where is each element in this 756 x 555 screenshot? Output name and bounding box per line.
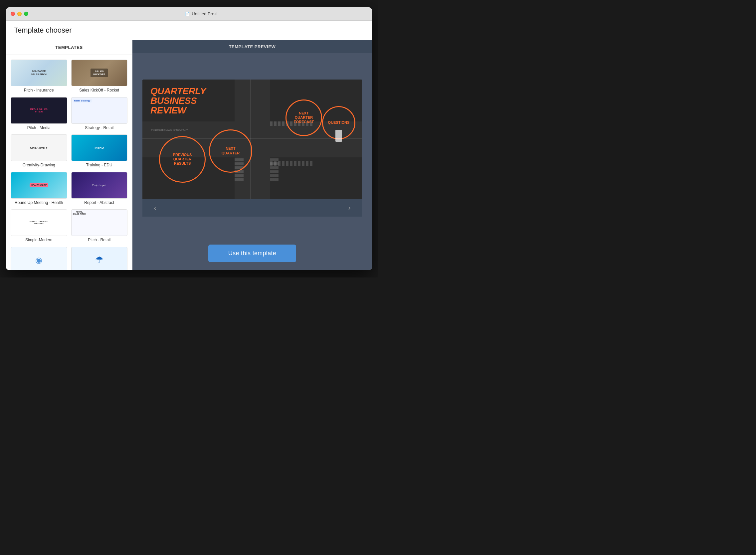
- prev-arrow-button[interactable]: ‹: [149, 202, 161, 214]
- template-thumb-training-edu: [71, 134, 128, 161]
- templates-header: TEMPLATES: [6, 40, 132, 55]
- template-item-roundup-health[interactable]: Round Up Meeting - Health: [11, 172, 67, 206]
- circle-next-quarter: NEXTQUARTER: [209, 129, 252, 173]
- main-content: TEMPLATES Pitch - Insurance Sales KickOf…: [6, 40, 372, 270]
- template-item-report-abstract[interactable]: Report - Abstract: [71, 172, 128, 206]
- template-name-roundup-health: Round Up Meeting - Health: [11, 200, 67, 206]
- qbr-background: QUARTERLY BUSINESS REVIEW Presented by N…: [142, 80, 362, 199]
- preview-header: TEMPLATE PREVIEW: [132, 40, 372, 53]
- template-thumb-exec-brief: [71, 247, 128, 270]
- preview-panel: TEMPLATE PREVIEW: [132, 40, 372, 270]
- template-item-training-edu[interactable]: Training - EDU: [71, 134, 128, 168]
- template-item-exec-brief[interactable]: Executive Brief - Insurance: [71, 247, 128, 270]
- title-area: 📄 Untitled Prezi: [35, 11, 367, 16]
- template-item-creativity[interactable]: Creativity-Drawing: [11, 134, 67, 168]
- template-item-around-topic[interactable]: Around a Topic: [11, 247, 67, 270]
- titlebar: 📄 Untitled Prezi: [6, 7, 372, 20]
- template-thumb-creativity: [11, 134, 67, 161]
- template-name-report-abstract: Report - Abstract: [71, 200, 128, 206]
- template-thumb-report-abstract: [71, 172, 128, 199]
- use-template-button[interactable]: Use this template: [208, 245, 296, 262]
- app-window: 📄 Untitled Prezi Template chooser TEMPLA…: [6, 7, 372, 270]
- template-name-pitch-insurance: Pitch - Insurance: [11, 88, 67, 93]
- template-item-pitch-media[interactable]: Pitch - Media: [11, 97, 67, 131]
- preview-subtitle: Presented by NAME for COMPANY: [151, 129, 188, 131]
- preview-image: QUARTERLY BUSINESS REVIEW Presented by N…: [142, 80, 362, 199]
- preview-title: QUARTERLY BUSINESS REVIEW: [151, 86, 206, 116]
- preview-image-container: QUARTERLY BUSINESS REVIEW Presented by N…: [142, 80, 362, 217]
- maximize-button[interactable]: [24, 12, 28, 16]
- template-thumb-sales-kickoff: [71, 59, 128, 86]
- template-item-simple-modern[interactable]: Simple-Modern: [11, 209, 67, 243]
- template-thumb-pitch-media: [11, 97, 67, 124]
- preview-navigation: ‹ ›: [142, 199, 362, 217]
- minimize-button[interactable]: [17, 12, 22, 16]
- template-thumb-simple-modern: [11, 209, 67, 236]
- templates-panel: TEMPLATES Pitch - Insurance Sales KickOf…: [6, 40, 132, 270]
- template-name-strategy-retail: Strategy - Retail: [71, 125, 128, 131]
- circle-next-quarter-forecast: NEXTQUARTERFORECAST: [286, 99, 322, 136]
- template-thumb-pitch-retail: [71, 209, 128, 236]
- preview-actions: Use this template: [132, 239, 372, 270]
- template-item-sales-kickoff[interactable]: Sales KickOff - Rocket: [71, 59, 128, 93]
- template-item-pitch-insurance[interactable]: Pitch - Insurance: [11, 59, 67, 93]
- template-name-creativity: Creativity-Drawing: [11, 163, 67, 168]
- car-icon: [335, 130, 342, 142]
- page-header: Template chooser: [6, 20, 372, 40]
- template-name-training-edu: Training - EDU: [71, 163, 128, 168]
- next-arrow-button[interactable]: ›: [343, 202, 355, 214]
- template-name-pitch-media: Pitch - Media: [11, 125, 67, 131]
- document-icon: 📄: [185, 12, 190, 16]
- template-name-sales-kickoff: Sales KickOff - Rocket: [71, 88, 128, 93]
- close-button[interactable]: [11, 12, 15, 16]
- template-name-simple-modern: Simple-Modern: [11, 238, 67, 243]
- template-thumb-around-topic: [11, 247, 67, 270]
- preview-area: QUARTERLY BUSINESS REVIEW Presented by N…: [132, 53, 372, 239]
- circle-previous-results: PREVIOUSQUARTERRESULTS: [159, 136, 206, 183]
- templates-grid: Pitch - Insurance Sales KickOff - Rocket…: [6, 55, 132, 270]
- traffic-lights: [11, 12, 28, 16]
- template-item-pitch-retail[interactable]: Pitch - Retail: [71, 209, 128, 243]
- template-item-strategy-retail[interactable]: Strategy - Retail: [71, 97, 128, 131]
- template-thumb-roundup-health: [11, 172, 67, 199]
- template-thumb-strategy-retail: [71, 97, 128, 124]
- window-title: Untitled Prezi: [192, 11, 217, 16]
- page-title: Template chooser: [14, 26, 364, 35]
- template-name-pitch-retail: Pitch - Retail: [71, 238, 128, 243]
- template-thumb-pitch-insurance: [11, 59, 67, 86]
